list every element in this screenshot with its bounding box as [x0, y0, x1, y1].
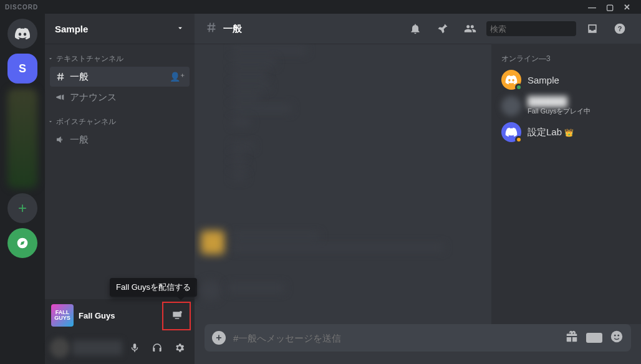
settings-button[interactable] [170, 338, 190, 358]
window-minimize[interactable]: — [584, 2, 601, 12]
game-icon: FALL GUYS [51, 304, 74, 327]
discord-logo-icon [505, 75, 518, 85]
app-brand: DISCORD [5, 4, 38, 11]
channel-announce[interactable]: アナウンス [50, 87, 190, 107]
home-button[interactable] [7, 19, 37, 49]
speaker-icon [55, 134, 66, 145]
channel-name: 一般 [70, 134, 89, 146]
notifications-button[interactable] [408, 21, 423, 36]
search-input[interactable] [490, 24, 595, 34]
avatar [501, 70, 521, 90]
invite-icon[interactable]: 👤⁺ [170, 72, 185, 82]
discord-logo-icon [505, 127, 518, 137]
channel-name: アナウンス [70, 92, 117, 103]
hash-icon [205, 21, 218, 37]
category-label: ボイスチャンネル [56, 117, 116, 127]
svg-point-5 [617, 335, 619, 337]
voice-channel-general[interactable]: 一般 [50, 130, 190, 150]
channel-name: 一般 [70, 71, 89, 83]
member-row[interactable]: Sample [496, 67, 636, 93]
chevron-down-icon [47, 55, 54, 62]
crown-icon: 👑 [564, 128, 574, 137]
emoji-icon [610, 330, 624, 343]
mic-icon [129, 342, 140, 353]
deafen-button[interactable] [147, 338, 167, 358]
gift-icon [565, 330, 579, 343]
gift-button[interactable] [565, 330, 579, 346]
explore-button[interactable] [7, 228, 37, 258]
svg-point-4 [614, 335, 616, 337]
stream-button[interactable] [166, 304, 188, 327]
people-icon [464, 22, 476, 35]
window-maximize[interactable]: ▢ [601, 2, 619, 12]
status-indicator [515, 136, 523, 143]
message-input[interactable] [233, 333, 557, 343]
avatar [501, 96, 521, 116]
svg-text:?: ? [618, 25, 622, 32]
channel-title: 一般 [223, 23, 242, 35]
compose-box[interactable]: + GIF [205, 324, 631, 352]
guild-blurred[interactable] [7, 89, 37, 188]
self-username [72, 340, 122, 355]
message-list[interactable] [195, 44, 491, 324]
help-icon: ? [614, 22, 626, 35]
search-box[interactable] [486, 21, 576, 36]
inbox-button[interactable] [585, 21, 600, 36]
server-name: Sample [55, 24, 88, 34]
gif-button[interactable]: GIF [586, 333, 602, 343]
member-name: Sample [528, 75, 559, 85]
category-voice[interactable]: ボイスチャンネル [45, 114, 195, 129]
game-activity-panel: Fall Guysを配信する FALL GUYS Fall Guys [45, 299, 195, 332]
compass-icon [16, 237, 29, 249]
composer: + GIF [195, 324, 641, 364]
chevron-down-icon [47, 118, 54, 125]
guild-sample[interactable]: S [7, 54, 37, 84]
members-heading: オンライン—3 [496, 54, 636, 67]
guild-list: S + [0, 14, 45, 364]
discord-logo-icon [14, 27, 31, 40]
channel-general[interactable]: 一般 👤⁺ [50, 67, 190, 87]
member-activity: Fall Guysをプレイ中 [528, 107, 590, 116]
chat-main: 一般 ? [195, 14, 641, 364]
megaphone-icon [55, 92, 66, 103]
add-server-button[interactable]: + [7, 193, 37, 223]
inbox-icon [586, 22, 599, 35]
window-close[interactable]: ✕ [619, 2, 636, 12]
pinned-button[interactable] [435, 21, 450, 36]
member-name: 設定Lab👑 [528, 127, 574, 138]
self-avatar[interactable] [50, 338, 70, 358]
status-indicator [515, 84, 523, 91]
member-row[interactable]: 設定Lab👑 [496, 119, 636, 145]
mute-button[interactable] [125, 338, 145, 358]
svg-point-3 [611, 331, 622, 342]
help-button[interactable]: ? [612, 21, 627, 36]
member-list: オンライン—3 Sample ██████ Fall Guysをプレイ中 [491, 44, 641, 324]
screen-share-icon [171, 309, 183, 322]
category-label: テキストチャンネル [56, 54, 123, 64]
headphones-icon [152, 342, 163, 353]
emoji-button[interactable] [610, 330, 624, 346]
stream-tooltip: Fall Guysを配信する [110, 278, 197, 297]
chevron-down-icon [176, 24, 185, 34]
bell-icon [409, 22, 422, 35]
server-header[interactable]: Sample [45, 14, 195, 44]
category-text[interactable]: テキストチャンネル [45, 51, 195, 66]
game-name: Fall Guys [79, 311, 115, 320]
member-name: ██████ [528, 96, 590, 107]
hash-icon [55, 71, 66, 82]
gear-icon [174, 342, 185, 353]
svg-point-0 [180, 311, 182, 314]
avatar [501, 122, 521, 142]
channel-sidebar: Sample テキストチャンネル 一般 👤⁺ アナウンス ボイスチャ [45, 14, 195, 364]
chat-header: 一般 ? [195, 14, 641, 44]
attach-button[interactable]: + [212, 331, 226, 345]
member-row[interactable]: ██████ Fall Guysをプレイ中 [496, 93, 636, 119]
members-toggle[interactable] [463, 21, 478, 36]
user-panel [45, 332, 195, 364]
pin-icon [436, 22, 449, 35]
